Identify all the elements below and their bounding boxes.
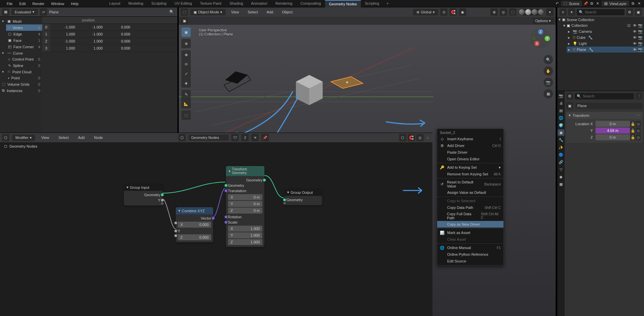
ctx-item[interactable]: ⚙Add DriverCtrl D [437, 142, 503, 149]
tab-data[interactable]: ▽ [558, 166, 564, 173]
viewlayer-selector[interactable]: ▤ViewLayer [601, 1, 629, 6]
modifier-icon[interactable]: 🔧 [589, 48, 593, 52]
eye-icon[interactable]: 👁 [632, 41, 637, 46]
vp-menu-object[interactable]: Object [278, 9, 296, 15]
socket-geometry-in[interactable]: Geometry [287, 197, 320, 203]
render-icon[interactable]: 📷 [638, 35, 643, 40]
nodetree-icon[interactable]: ⬡ [178, 134, 186, 141]
close-icon[interactable]: ✕ [595, 1, 600, 6]
menu-render[interactable]: Render [29, 0, 48, 7]
tree-controlpoint[interactable]: ○Control Point0 [6, 56, 42, 62]
ctx-item[interactable]: Paste Driver [437, 149, 503, 156]
render-icon[interactable]: 📷 [638, 23, 643, 28]
node-canvas[interactable]: ▾Group Input Geometry Y ▾Combine XYZ Vec… [0, 150, 432, 316]
lock-icon[interactable]: 🔓 [631, 121, 635, 127]
lock-icon[interactable]: 🔓 [631, 134, 635, 140]
options-icon[interactable]: ⋮ [635, 92, 643, 100]
tab-scene[interactable]: 🌐 [558, 114, 564, 121]
vp-menu-select[interactable]: Select [244, 9, 261, 15]
ctx-item[interactable]: 🌐Online ManualF1 [437, 244, 503, 251]
editor-type-icon[interactable]: ⬡ [2, 134, 9, 141]
eval-mode-dropdown[interactable]: Evaluated▾ [11, 9, 38, 15]
node-title[interactable]: ▾Group Output [285, 189, 322, 196]
field-tz[interactable]: Z0 m [228, 208, 262, 214]
tab-viewlayer[interactable]: ▤ [558, 107, 564, 114]
field-ty[interactable]: Y0 m [228, 201, 262, 207]
search-input[interactable] [583, 94, 632, 98]
ws-layout[interactable]: Layout [105, 0, 125, 7]
object-icon[interactable]: ▣ [566, 102, 573, 109]
orientation-dropdown[interactable]: ⊕Global▾ [413, 9, 438, 15]
gizmo-toggle-icon[interactable]: ⊕ [490, 8, 498, 16]
editor-type-icon[interactable]: ⚙ [566, 92, 573, 100]
shading-wireframe[interactable] [519, 9, 525, 15]
display-mode-icon[interactable]: ▾ [568, 8, 575, 16]
editor-type-icon[interactable]: ▦ [2, 8, 9, 16]
socket-empty-out[interactable] [126, 203, 160, 204]
plane-icon[interactable]: ▱ [40, 8, 47, 16]
tab-material[interactable]: ◉ [558, 173, 564, 180]
ws-geometrynodes[interactable]: Geometry Nodes [325, 0, 361, 7]
field-sx[interactable]: X1.000 [228, 226, 262, 232]
nodetree-type[interactable]: Modifier▾ [12, 135, 35, 141]
node-title[interactable]: ▾Group Input [124, 184, 162, 191]
tool-rotate[interactable]: ⟳ [181, 60, 191, 69]
socket-y-in[interactable]: Y [178, 228, 211, 234]
field-tx[interactable]: X0 m [228, 194, 262, 200]
socket-rotation-in[interactable]: Rotation [228, 214, 262, 220]
ctx-item[interactable]: 📊Mark as Asset [437, 229, 503, 236]
ws-animation[interactable]: Animation [247, 0, 271, 7]
table-row[interactable]: 31.0001.0000.000 [42, 45, 177, 52]
editor-type-icon[interactable]: ≡ [559, 8, 567, 16]
ctx-item[interactable]: Copy Data PathShift Ctrl C [437, 204, 503, 211]
tree-mesh[interactable]: ▾▣Mesh [0, 18, 42, 24]
pin-icon[interactable]: 📌 [583, 1, 588, 6]
pin-icon[interactable]: 📌 [261, 134, 269, 141]
modifier-icon[interactable]: 🔧 [588, 35, 593, 40]
parent-icon[interactable]: ⬡ [399, 134, 406, 141]
tab-world[interactable]: 🌍 [558, 122, 564, 129]
shading-solid[interactable] [525, 9, 531, 15]
ctx-item[interactable]: ◇Insert KeyframeI [437, 136, 503, 142]
panel-header[interactable]: ▾Transform⋯ [566, 112, 643, 119]
tab-texture[interactable]: ▦ [558, 181, 564, 187]
camera-view-icon[interactable]: 📷 [544, 78, 553, 87]
menu-file[interactable]: File [3, 0, 16, 7]
socket-y-out[interactable]: Y [126, 198, 160, 203]
shading-matprev[interactable] [532, 9, 538, 15]
unlink-icon[interactable]: ✕ [251, 134, 259, 141]
users-icon[interactable]: 2 [241, 134, 249, 141]
field-z[interactable]: Z0.000 [178, 234, 211, 240]
ws-modeling[interactable]: Modeling [125, 0, 148, 7]
ws-texturepaint[interactable]: Texture Paint [196, 0, 225, 7]
render-icon[interactable]: 📷 [638, 41, 643, 46]
shading-dropdown-icon[interactable]: ▾ [546, 8, 554, 16]
checkbox-icon[interactable]: ☑ [627, 23, 631, 28]
socket-geometry-out[interactable]: Geometry [126, 192, 160, 198]
keyframe-icon[interactable]: ◇ [636, 134, 641, 140]
search-icon[interactable]: 🔍 [168, 8, 175, 16]
ctx-item[interactable]: Open Drivers Editor [437, 156, 503, 162]
location-x-field[interactable]: 0 m [595, 121, 630, 127]
zoom-icon[interactable]: 🔍 [544, 55, 553, 64]
tool-annotate[interactable]: ✎ [181, 90, 191, 99]
socket-empty-in[interactable] [287, 203, 320, 204]
options-dropdown[interactable]: Options ▾ [533, 18, 554, 24]
outliner-item[interactable]: ▸▽Cube🔧👁📷 [567, 34, 644, 41]
tab-physics[interactable]: 🔵 [558, 151, 564, 158]
ctx-item[interactable]: Remove from Keying SetAlt K [437, 171, 503, 177]
node-title[interactable]: ▾Combine XYZ [176, 207, 213, 214]
outliner-item[interactable]: ▸💡Light👁📷 [567, 41, 644, 47]
tree-pointcloud[interactable]: ▾⁙Point Cloud [0, 69, 42, 75]
socket-translation-in[interactable]: Translation: [228, 188, 262, 193]
ctx-item[interactable]: Online Python Reference [437, 251, 503, 258]
ctx-item[interactable]: Assign Value as Default [437, 189, 503, 196]
pivot-icon[interactable]: ⊙ [440, 8, 448, 16]
new-collection-icon[interactable]: ▣ [635, 8, 642, 16]
tab-constraint[interactable]: 🔗 [558, 159, 564, 165]
socket-geometry-in[interactable]: Geometry [228, 183, 262, 188]
tree-spline[interactable]: ∿Spline0 [6, 62, 42, 69]
tree-edge[interactable]: ▢Edge4 [6, 31, 42, 37]
chevron-left-icon[interactable]: ‹ [425, 136, 430, 140]
ws-uvediting[interactable]: UV Editing [170, 0, 196, 7]
